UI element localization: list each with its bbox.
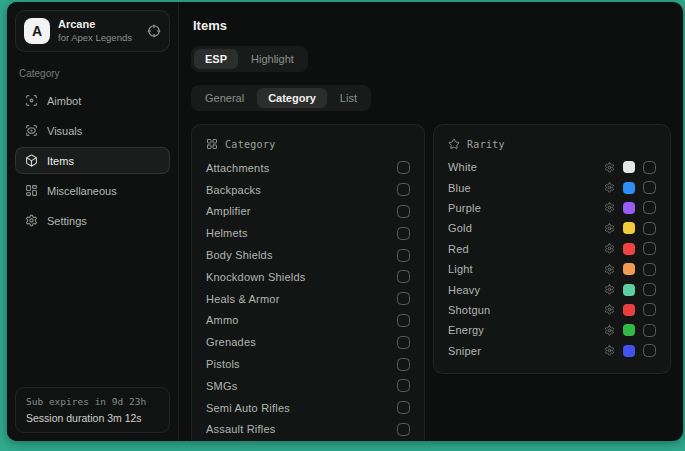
gear-icon[interactable] — [604, 264, 615, 275]
category-row-label: Knockdown Shields — [206, 271, 305, 283]
rarity-color-swatch[interactable] — [623, 324, 635, 336]
app-logo: A — [24, 18, 50, 44]
rarity-row-gold: Gold — [448, 218, 656, 238]
category-row-label: Heals & Armor — [206, 293, 280, 305]
rarity-row-label: Purple — [448, 202, 481, 214]
scan-eye-icon — [25, 124, 38, 137]
category-row-label: SMGs — [206, 380, 237, 392]
rarity-row-label: White — [448, 161, 477, 173]
rarity-checkbox[interactable] — [643, 344, 656, 357]
sidebar-nav: AimbotVisualsItemsMiscellaneousSettings — [15, 87, 170, 234]
category-checkbox[interactable] — [397, 401, 410, 414]
rarity-checkbox[interactable] — [643, 181, 656, 194]
rarity-checkbox[interactable] — [643, 324, 656, 337]
rarity-checkbox[interactable] — [643, 161, 656, 174]
rarity-panel: Rarity WhiteBluePurpleGoldRedLightHeavyS… — [433, 124, 671, 374]
category-checkbox[interactable] — [397, 379, 410, 392]
rarity-checkbox[interactable] — [643, 201, 656, 214]
rarity-checkbox[interactable] — [643, 263, 656, 276]
rarity-row-light: Light — [448, 259, 656, 279]
category-row-semi-auto-rifles: Semi Auto Rifles — [206, 397, 410, 419]
category-row-label: Pistols — [206, 358, 240, 370]
focus-icon — [25, 94, 38, 107]
rarity-color-swatch[interactable] — [623, 222, 635, 234]
rarity-row-heavy: Heavy — [448, 279, 656, 299]
brand-text: Arcane for Apex Legends — [58, 18, 132, 44]
category-checkbox[interactable] — [397, 358, 410, 371]
category-row-helmets: Helmets — [206, 222, 410, 244]
tab-list[interactable]: List — [329, 88, 368, 108]
subscription-expires: Sub expires in 9d 23h — [26, 396, 159, 407]
category-row-pistols: Pistols — [206, 353, 410, 375]
sidebar-item-label: Visuals — [47, 125, 82, 137]
gear-icon[interactable] — [604, 202, 615, 213]
category-row-label: Semi Auto Rifles — [206, 402, 290, 414]
sidebar-item-label: Aimbot — [47, 95, 81, 107]
rarity-panel-header: Rarity — [448, 138, 656, 150]
sidebar-item-items[interactable]: Items — [15, 147, 170, 174]
rarity-color-swatch[interactable] — [623, 284, 635, 296]
rarity-color-swatch[interactable] — [623, 182, 635, 194]
tab-bar: GeneralCategoryList — [191, 85, 371, 111]
gear-icon[interactable] — [604, 304, 615, 315]
package-icon — [25, 154, 38, 167]
rarity-row-label: Sniper — [448, 345, 481, 357]
tab-general[interactable]: General — [194, 88, 255, 108]
rarity-color-swatch[interactable] — [623, 345, 635, 357]
gear-icon[interactable] — [604, 223, 615, 234]
rarity-color-swatch[interactable] — [623, 161, 635, 173]
rarity-row-shotgun: Shotgun — [448, 300, 656, 320]
rarity-checkbox[interactable] — [643, 222, 656, 235]
rarity-color-swatch[interactable] — [623, 263, 635, 275]
rarity-color-swatch[interactable] — [623, 243, 635, 255]
star-icon — [448, 138, 460, 150]
sidebar-item-aimbot[interactable]: Aimbot — [15, 87, 170, 114]
gear-icon[interactable] — [604, 243, 615, 254]
page-title: Items — [193, 18, 671, 33]
gear-icon[interactable] — [604, 182, 615, 193]
category-checkbox[interactable] — [397, 270, 410, 283]
category-list: AttachmentsBackpacksAmplifierHelmetsBody… — [206, 157, 410, 441]
rarity-checkbox[interactable] — [643, 283, 656, 296]
sidebar-item-miscellaneous[interactable]: Miscellaneous — [15, 177, 170, 204]
category-row-attachments: Attachments — [206, 157, 410, 179]
category-checkbox[interactable] — [397, 227, 410, 240]
rarity-checkbox[interactable] — [643, 242, 656, 255]
rarity-checkbox[interactable] — [643, 303, 656, 316]
rarity-row-label: Light — [448, 263, 473, 275]
rarity-panel-title: Rarity — [467, 139, 505, 150]
category-panel: Category AttachmentsBackpacksAmplifierHe… — [191, 124, 425, 441]
category-panel-header: Category — [206, 138, 410, 150]
crosshair-icon[interactable] — [147, 24, 161, 38]
gear-icon[interactable] — [604, 345, 615, 356]
sidebar-item-visuals[interactable]: Visuals — [15, 117, 170, 144]
category-row-label: Assault Rifles — [206, 423, 275, 435]
category-row-label: Helmets — [206, 227, 248, 239]
sidebar-item-settings[interactable]: Settings — [15, 207, 170, 234]
category-checkbox[interactable] — [397, 183, 410, 196]
gear-icon[interactable] — [604, 162, 615, 173]
sidebar-section-label: Category — [19, 68, 166, 79]
category-checkbox[interactable] — [397, 161, 410, 174]
category-checkbox[interactable] — [397, 205, 410, 218]
gear-icon[interactable] — [604, 284, 615, 295]
mode-highlight[interactable]: Highlight — [240, 49, 305, 69]
mode-esp[interactable]: ESP — [194, 49, 238, 69]
category-row-label: Backpacks — [206, 184, 261, 196]
category-row-heals-armor: Heals & Armor — [206, 288, 410, 310]
category-checkbox[interactable] — [397, 314, 410, 327]
category-row-label: Attachments — [206, 162, 269, 174]
rarity-color-swatch[interactable] — [623, 202, 635, 214]
category-row-assault-rifles: Assault Rifles — [206, 419, 410, 441]
tab-category[interactable]: Category — [257, 88, 327, 108]
category-checkbox[interactable] — [397, 292, 410, 305]
main-content: Items ESPHighlight GeneralCategoryList C… — [179, 2, 683, 441]
rarity-row-label: Red — [448, 243, 469, 255]
category-checkbox[interactable] — [397, 336, 410, 349]
category-checkbox[interactable] — [397, 423, 410, 436]
gear-icon[interactable] — [604, 325, 615, 336]
rarity-color-swatch[interactable] — [623, 304, 635, 316]
sidebar-item-label: Items — [47, 155, 74, 167]
rarity-list: WhiteBluePurpleGoldRedLightHeavyShotgunE… — [448, 157, 656, 361]
category-checkbox[interactable] — [397, 249, 410, 262]
